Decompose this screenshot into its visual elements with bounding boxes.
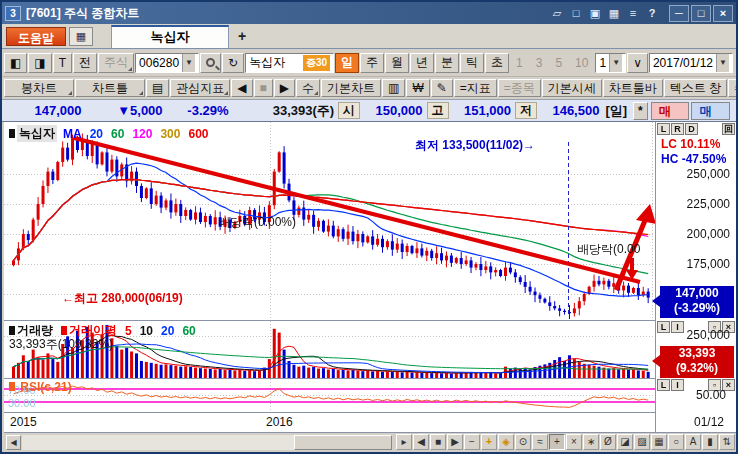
layout-right-icon-button[interactable]: ◨: [28, 53, 51, 73]
ma-period-120[interactable]: 120: [132, 127, 152, 141]
period-month-button[interactable]: 월: [385, 53, 409, 73]
chart-settings-button[interactable]: *: [633, 102, 648, 120]
rsi-chart-canvas[interactable]: [4, 378, 655, 412]
stock-code-combo-dropdown-icon[interactable]: ▼: [182, 54, 195, 72]
pane-button-D[interactable]: D: [685, 123, 698, 135]
rsi-legend[interactable]: RSI(c,21): [9, 380, 72, 394]
price-pane-buttons: LRD: [657, 123, 699, 135]
date-combo[interactable]: 2017/01/12▼: [649, 53, 733, 73]
save-icon-button[interactable]: ▤: [146, 79, 169, 97]
close-button[interactable]: ×: [713, 5, 733, 22]
watch-indicator-button[interactable]: 관심지표: [170, 79, 230, 97]
multi-trendline-icon[interactable]: ∗: [583, 434, 599, 450]
ma-period-60[interactable]: 60: [111, 127, 124, 141]
stop-icon[interactable]: ■: [430, 434, 446, 450]
tools-icon-button[interactable]: ▥: [382, 79, 405, 97]
updown-arrows-icon[interactable]: ⇅: [719, 434, 735, 450]
stock-name-field[interactable]: 녹십자증30: [245, 53, 334, 73]
step-forward-icon[interactable]: ▸: [396, 434, 412, 450]
volume-ma-period-60[interactable]: 60: [182, 324, 195, 338]
period-day-button[interactable]: 일: [335, 53, 359, 73]
chart-popup-icon[interactable]: ▦: [651, 434, 667, 450]
sell-button[interactable]: 매도: [691, 102, 730, 120]
menu-list-icon[interactable]: ≡: [624, 5, 642, 21]
search-button[interactable]: [200, 53, 221, 73]
formula-button[interactable]: 수식: [728, 79, 738, 97]
indicator-button[interactable]: =지표: [454, 79, 497, 97]
tab-active-stock[interactable]: 녹십자: [111, 25, 229, 48]
nav-prev-button[interactable]: ◀: [231, 79, 252, 97]
pane-button-L[interactable]: L: [657, 321, 670, 333]
period-week-button[interactable]: 주: [360, 53, 384, 73]
pane-button-I[interactable]: I: [671, 321, 684, 333]
pane-button-L[interactable]: L: [657, 123, 670, 135]
text-tool-icon[interactable]: A: [685, 434, 701, 450]
period-tick-button[interactable]: 틱: [460, 53, 484, 73]
chart-icon-button[interactable]: ▦: [69, 27, 93, 46]
title-bar[interactable]: 3 [7601] 주식 종합차트 ▱□▣▦≡? ─□×: [2, 2, 736, 24]
chart-toolbar-button[interactable]: 차트툴바: [603, 79, 663, 97]
minimize-button[interactable]: ─: [669, 5, 689, 22]
ma-period-600[interactable]: 600: [188, 127, 208, 141]
scrollbar-thumb[interactable]: [294, 435, 392, 450]
period-minute-button[interactable]: 분: [435, 53, 459, 73]
mini-chart-icon[interactable]: ≈: [532, 434, 548, 450]
interval-spinner-dropdown-icon[interactable]: ▼: [609, 54, 622, 72]
buy-button[interactable]: 매수: [651, 102, 690, 120]
scroll-left-button[interactable]: ◀: [6, 435, 21, 450]
edit-icon-button[interactable]: ✎: [431, 79, 453, 97]
indicator-bar-icon[interactable]: ▮: [702, 434, 718, 450]
volume-ma-period-5[interactable]: 5: [125, 324, 132, 338]
legend-symbol[interactable]: 녹십자: [17, 125, 57, 142]
volume-pane-buttons: LI: [657, 321, 685, 333]
date-combo-dropdown-icon[interactable]: ▼: [716, 54, 729, 72]
bar-chart-button[interactable]: 봉차트: [4, 79, 74, 97]
basic-chart-button[interactable]: 기본차트: [321, 79, 381, 97]
window-icon[interactable]: □: [567, 5, 585, 21]
text-mode-button[interactable]: T: [53, 53, 72, 73]
delete-line-icon[interactable]: Ø: [600, 434, 616, 450]
interval-spinner[interactable]: 1▼: [595, 53, 626, 73]
zoom-out-icon[interactable]: −: [464, 434, 480, 450]
cascade-windows-icon[interactable]: ▱: [548, 5, 566, 21]
maximize-button[interactable]: □: [691, 5, 711, 22]
window-title: [7601] 주식 종합차트: [26, 5, 139, 22]
pane-button-L[interactable]: L: [657, 379, 670, 391]
help-icon[interactable]: ?: [643, 5, 661, 21]
text-window-button[interactable]: 텍스트 창: [664, 79, 727, 97]
pane-button-I[interactable]: I: [671, 379, 684, 391]
period-second-button[interactable]: 초: [485, 53, 509, 73]
volume-ma-period-10[interactable]: 10: [140, 324, 153, 338]
layout-left-icon-button[interactable]: ◧: [4, 53, 27, 73]
ma-period-20[interactable]: 20: [90, 127, 103, 141]
ma-period-300[interactable]: 300: [160, 127, 180, 141]
play-icon[interactable]: ▶: [447, 434, 463, 450]
refresh-button[interactable]: ↻: [222, 53, 244, 73]
trendline-icon[interactable]: ×: [566, 434, 582, 450]
won-icon-button[interactable]: ₩: [406, 79, 429, 97]
rewind-icon[interactable]: ◀: [413, 434, 429, 450]
magnifier-icon[interactable]: ○: [668, 434, 684, 450]
settings-icon[interactable]: ◈: [498, 434, 514, 450]
period-year-button[interactable]: 년: [410, 53, 434, 73]
chart-frame-button[interactable]: 차트틀: [75, 79, 145, 97]
add-tab-button[interactable]: +: [229, 27, 255, 46]
crosshair-icon[interactable]: +: [549, 434, 565, 450]
copy-window-icon[interactable]: ▣: [586, 5, 604, 21]
stock-code-combo[interactable]: 006280▼: [135, 53, 199, 73]
pane-button-R[interactable]: R: [671, 123, 684, 135]
eraser-icon[interactable]: ◪: [617, 434, 633, 450]
all-market-button[interactable]: 전: [73, 53, 97, 73]
erase-all-icon[interactable]: ▨: [634, 434, 650, 450]
zoom-in-icon[interactable]: +: [481, 434, 497, 450]
new-window-icon[interactable]: ▦: [605, 5, 623, 21]
help-button[interactable]: 도움말: [6, 27, 66, 46]
pane-restore-icon[interactable]: 回: [722, 123, 735, 135]
volume-ma-period-20[interactable]: 20: [161, 324, 174, 338]
nav-next-button[interactable]: ▶: [274, 79, 295, 97]
su-button[interactable]: 수: [296, 79, 320, 97]
expand-button[interactable]: ∨: [627, 53, 648, 73]
basic-quote-button[interactable]: 기본시세: [542, 79, 602, 97]
stock-zoom-icon[interactable]: ⊙: [515, 434, 531, 450]
scrollbar-track[interactable]: [22, 435, 392, 450]
